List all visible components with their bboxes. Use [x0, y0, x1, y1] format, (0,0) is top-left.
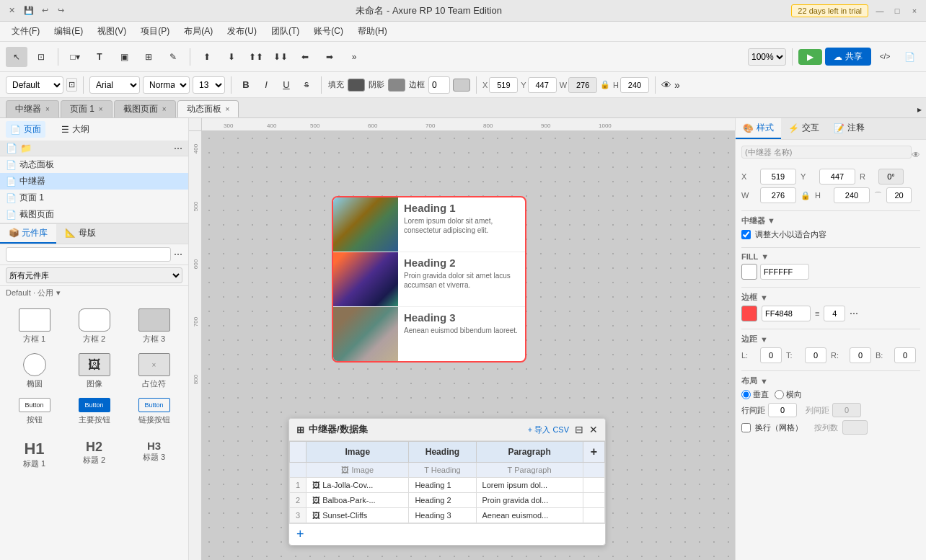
data-panel-close-btn[interactable]: ✕ — [589, 424, 598, 435]
component-add-btn[interactable]: ⋯ — [174, 249, 182, 259]
tab-repeater[interactable]: 中继器 × — [6, 100, 59, 117]
tab-screenshot[interactable]: 截图页面 × — [114, 100, 176, 117]
layout-horizontal-radio[interactable] — [775, 390, 784, 399]
table-row-3[interactable]: 3 🖼 Sunset-Cliffs Heading 3 Aenean euism… — [290, 508, 605, 523]
layout-vertical-option[interactable]: 垂直 — [741, 389, 769, 400]
zoom-select[interactable]: 100% — [748, 48, 786, 66]
border-width-input[interactable] — [428, 76, 450, 94]
code-btn[interactable]: </> — [874, 47, 896, 67]
component-rect3[interactable]: 方框 3 — [125, 306, 182, 347]
style-select[interactable]: Default — [6, 76, 63, 94]
heading2-item[interactable]: H2 标题 2 — [66, 437, 123, 472]
import-csv-btn[interactable]: + 导入 CSV — [528, 425, 569, 435]
pointer-tool[interactable]: ↖ — [6, 47, 27, 67]
tab-components[interactable]: 📦 元件库 — [0, 224, 56, 244]
col-spacing-input[interactable] — [832, 403, 861, 417]
menu-layout[interactable]: 布局(A) — [178, 24, 219, 39]
component-filter-select[interactable]: 所有元件库 — [6, 267, 182, 283]
visibility-toggle[interactable]: 👁 — [912, 150, 920, 160]
widget-tool[interactable]: ▣ — [113, 47, 135, 67]
adjust-size-checkbox[interactable] — [741, 230, 751, 239]
fill-label[interactable]: FILL ▼ — [741, 252, 769, 261]
subfiler-arrow[interactable]: ▾ — [56, 288, 61, 298]
more-tools-btn[interactable]: » — [343, 47, 365, 67]
wrap-checkbox[interactable] — [741, 423, 751, 432]
component-search-input[interactable] — [6, 247, 171, 262]
table-row-1[interactable]: 1 🖼 La-Jolla-Cov... Heading 1 Lorem ipsu… — [290, 478, 605, 493]
row2-image[interactable]: 🖼 Balboa-Park-... — [307, 493, 409, 508]
menu-help[interactable]: 帮助(H) — [352, 24, 393, 39]
font-select[interactable]: Arial — [89, 76, 140, 94]
w-prop-input[interactable] — [760, 187, 796, 203]
h-prop-input[interactable] — [834, 187, 870, 203]
pad-t-input[interactable] — [805, 347, 826, 363]
row1-image[interactable]: 🖼 La-Jolla-Cov... — [307, 478, 409, 493]
row-spacing-input[interactable] — [768, 403, 797, 417]
tab-screenshot-close[interactable]: × — [162, 105, 167, 113]
component-ellipse[interactable]: 椭圆 — [6, 350, 63, 392]
row2-paragraph[interactable]: Proin gravida dol... — [476, 493, 583, 508]
tab-interaction[interactable]: ⚡ 交互 — [781, 118, 826, 139]
sidebar-nav-pages[interactable]: 📄 页面 — [6, 121, 45, 138]
page-item-dynamic[interactable]: 📄 动态面板 — [0, 156, 188, 173]
border-color-swatch[interactable] — [453, 79, 470, 92]
undo-icon[interactable]: ↩ — [39, 5, 50, 17]
pen-tool[interactable]: ✎ — [162, 47, 184, 67]
fill-color-box[interactable] — [741, 264, 757, 280]
heading1-item[interactable]: H1 标题 1 — [6, 437, 63, 472]
row1-heading[interactable]: Heading 1 — [409, 478, 476, 493]
tab-repeater-close[interactable]: × — [45, 105, 50, 113]
y-prop-input[interactable] — [819, 169, 855, 185]
redo-icon[interactable]: ↪ — [55, 5, 66, 17]
tab-style[interactable]: 🎨 样式 — [736, 118, 781, 139]
fill-hex-input[interactable] — [760, 264, 809, 280]
component-image[interactable]: 🖼 图像 — [66, 350, 123, 392]
add-col-btn[interactable]: + — [591, 445, 597, 458]
style-icon[interactable]: ⊡ — [66, 78, 77, 92]
w-input[interactable] — [568, 77, 597, 93]
repeater-name-input[interactable] — [741, 146, 912, 159]
page-item-page1[interactable]: 📄 页面 1 — [0, 190, 188, 206]
h-input[interactable] — [620, 77, 649, 93]
border-color-box[interactable] — [741, 306, 757, 321]
align-bottom-btn[interactable]: ⬇⬇ — [270, 47, 291, 67]
menu-file[interactable]: 文件(F) — [6, 24, 45, 39]
underline-btn[interactable]: U — [278, 76, 295, 94]
bold-btn[interactable]: B — [237, 76, 255, 94]
border-width-prop-input[interactable] — [824, 306, 845, 321]
share-btn[interactable]: ☁ 共享 — [825, 48, 871, 66]
component-link-btn[interactable]: Button 链接按钮 — [125, 395, 182, 428]
repeater-section-label[interactable]: 中继器 ▼ — [741, 215, 775, 226]
row2-heading[interactable]: Heading 2 — [409, 493, 476, 508]
layout-label[interactable]: 布局 ▼ — [741, 375, 768, 386]
layout-vertical-radio[interactable] — [741, 390, 751, 399]
tab-scroll-right[interactable]: ▸ — [913, 102, 926, 117]
repeater-widget[interactable]: Heading 1 Lorem ipsum dolor sit amet, co… — [332, 196, 526, 363]
wrap-cols-input[interactable] — [842, 420, 868, 435]
row3-image[interactable]: 🖼 Sunset-Cliffs — [307, 508, 409, 523]
preview-btn[interactable]: ▶ — [798, 49, 822, 65]
strikethrough-btn[interactable]: S̶ — [298, 76, 315, 94]
pad-b-input[interactable] — [894, 347, 916, 363]
fill-color-swatch[interactable] — [348, 79, 365, 92]
row1-paragraph[interactable]: Lorem ipsum dol... — [476, 478, 583, 493]
move-down-btn[interactable]: ⬇ — [221, 47, 242, 67]
border-style-btn[interactable]: ⋯ — [850, 308, 858, 319]
r-prop-input[interactable] — [878, 169, 904, 185]
tab-annotation[interactable]: 📝 注释 — [826, 118, 872, 139]
visibility-icon[interactable]: 👁 — [661, 79, 671, 91]
padding-label[interactable]: 边距 ▼ — [741, 334, 768, 345]
add-folder-btn[interactable]: 📁 — [20, 143, 32, 154]
lock-icon[interactable]: 🔒 — [600, 80, 610, 89]
move-up-btn[interactable]: ⬆ — [196, 47, 218, 67]
crop-tool[interactable]: ⊡ — [30, 47, 52, 67]
component-rect1[interactable]: 方框 1 — [6, 306, 63, 347]
component-button[interactable]: Button 按钮 — [6, 395, 63, 428]
col-add-header[interactable]: + — [583, 442, 604, 463]
pad-l-input[interactable] — [760, 347, 782, 363]
page-item-repeater[interactable]: 📄 中继器 — [0, 173, 188, 190]
row3-heading[interactable]: Heading 3 — [409, 508, 476, 523]
layout-horizontal-option[interactable]: 横向 — [775, 389, 802, 400]
align-right-btn[interactable]: ➡ — [319, 47, 340, 67]
italic-btn[interactable]: I — [257, 76, 275, 94]
